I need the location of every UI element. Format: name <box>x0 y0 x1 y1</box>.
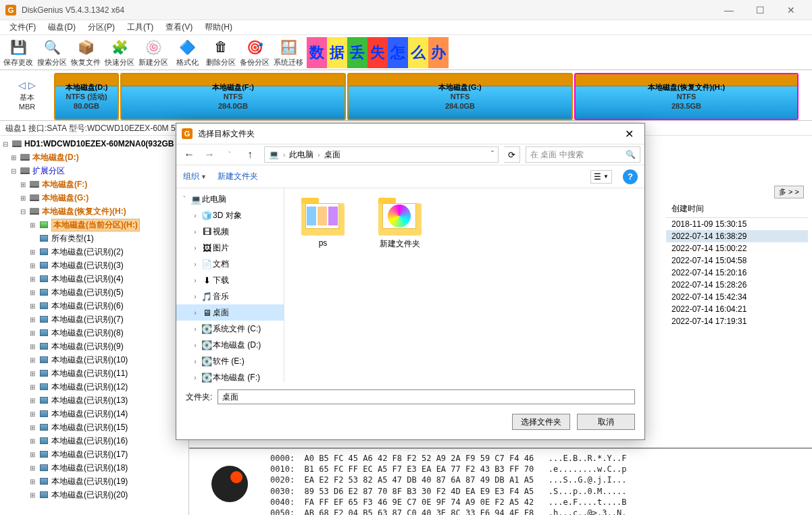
tree-item[interactable]: ⊞本地磁盘(已识别)(14) <box>0 407 188 421</box>
folder-input[interactable] <box>218 389 635 404</box>
expand-icon[interactable]: › <box>190 374 201 381</box>
menu-item[interactable]: 帮助(H) <box>199 20 238 34</box>
time-row[interactable]: 2022-07-14 15:04:58 <box>666 254 808 267</box>
tree-root[interactable]: ⊟ HD1:WDCWD10EZEX-60M2NA0(932GB <box>0 137 188 151</box>
expand-icon[interactable]: ⊞ <box>9 154 18 161</box>
dialog-tree-item[interactable]: ›🧊3D 对象 <box>176 207 284 223</box>
time-row[interactable]: 2022-07-14 16:04:21 <box>666 303 808 315</box>
dialog-tree-item[interactable]: ›⬇下载 <box>176 272 284 288</box>
tree-item[interactable]: ⊞本地磁盘(已识别)(3) <box>0 259 188 272</box>
expand-icon[interactable]: ⊞ <box>28 343 36 350</box>
tree-item[interactable]: ⊞本地磁盘(F:) <box>0 178 188 191</box>
time-row[interactable]: 2022-07-14 15:00:22 <box>666 242 808 254</box>
toolbar-button[interactable]: 💾保存更改 <box>1 36 35 70</box>
nav-up-icon[interactable]: ↑ <box>241 146 259 163</box>
expand-icon[interactable]: › <box>190 293 201 300</box>
nav-back-icon[interactable]: ← <box>180 146 198 163</box>
partition-block[interactable]: 本地磁盘(恢复文件)(H:)NTFS283.5GB <box>574 73 798 120</box>
tree-item[interactable]: ⊞本地磁盘(已识别)(11) <box>0 367 188 380</box>
expand-icon[interactable]: ⊞ <box>28 464 36 472</box>
tree-item[interactable]: ⊞本地磁盘(已识别)(20) <box>0 488 188 502</box>
expand-icon[interactable]: ⊞ <box>28 370 36 377</box>
minimize-button[interactable]: — <box>713 0 744 20</box>
cancel-button[interactable]: 取消 <box>577 414 635 430</box>
expand-icon[interactable]: ⊞ <box>28 302 36 310</box>
expand-icon[interactable]: ⊞ <box>19 181 27 188</box>
crumb-dropdown-icon[interactable]: ˇ <box>491 150 494 159</box>
partition-block[interactable]: 本地磁盘(D:)NTFS (活动)80.0GB <box>54 73 119 120</box>
expand-icon[interactable]: ⊞ <box>28 410 36 418</box>
dialog-tree-item[interactable]: ˇ💻此电脑 <box>176 191 284 207</box>
expand-icon[interactable]: ⊞ <box>28 275 36 283</box>
tree-item[interactable]: ⊞本地磁盘(当前分区)(H:) <box>0 218 188 232</box>
time-row[interactable]: 2018-11-09 15:30:15 <box>666 218 808 230</box>
tree-item[interactable]: ⊟本地磁盘(恢复文件)(H:) <box>0 205 188 218</box>
expand-icon[interactable]: › <box>190 212 201 219</box>
expand-icon[interactable]: › <box>190 261 201 268</box>
expand-icon[interactable]: ⊞ <box>28 289 36 296</box>
expand-icon[interactable]: ⊞ <box>19 194 27 202</box>
crumb-pc[interactable]: 此电脑 <box>289 149 313 161</box>
dialog-tree-item[interactable]: ›🖥桌面 <box>176 304 284 321</box>
expand-icon[interactable]: › <box>190 228 201 236</box>
tree-item[interactable]: ⊞本地磁盘(已识别)(13) <box>0 394 188 407</box>
expand-icon[interactable]: › <box>190 325 201 333</box>
dialog-tree-item[interactable]: ›🎵音乐 <box>176 288 284 304</box>
toolbar-button[interactable]: 🗑删除分区 <box>204 36 238 70</box>
partition-block[interactable]: 本地磁盘(G:)NTFS284.0GB <box>347 73 573 120</box>
expand-icon[interactable]: ⊞ <box>28 316 36 323</box>
dialog-tree-item[interactable]: ›📄文档 <box>176 256 284 272</box>
dialog-tree-item[interactable]: ›💽本地磁盘 (D:) <box>176 337 284 353</box>
expand-icon[interactable]: ⊞ <box>28 424 36 431</box>
file-item[interactable]: ps <box>293 196 353 248</box>
time-row[interactable]: 2022-07-14 16:38:29 <box>666 230 808 242</box>
tree-item[interactable]: ⊞本地磁盘(已识别)(4) <box>0 272 188 286</box>
menu-item[interactable]: 查看(V) <box>160 20 198 34</box>
crumb-desktop[interactable]: 桌面 <box>324 149 340 161</box>
tree-item[interactable]: ⊞本地磁盘(已识别)(17) <box>0 448 188 461</box>
expand-icon[interactable]: ⊞ <box>28 356 36 364</box>
close-button[interactable]: ✕ <box>776 0 807 20</box>
menu-item[interactable]: 工具(T) <box>122 20 159 34</box>
dialog-close-icon[interactable]: ✕ <box>619 128 639 140</box>
time-row[interactable]: 2022-07-14 15:28:26 <box>666 279 808 291</box>
expand-icon[interactable]: ⊟ <box>1 140 9 148</box>
expand-icon[interactable]: ⊞ <box>28 397 36 404</box>
toolbar-button[interactable]: 🪟系统迁移 <box>272 36 305 70</box>
tree-item[interactable]: 所有类型(1) <box>0 232 188 245</box>
view-mode-button[interactable]: ☰▼ <box>590 170 612 184</box>
ad-banner[interactable]: 数据丢失怎么办 <box>307 37 449 68</box>
tree-item[interactable]: ⊞本地磁盘(已识别)(9) <box>0 340 188 353</box>
expand-icon[interactable]: ⊟ <box>9 167 18 175</box>
expand-icon[interactable]: ⊞ <box>28 478 36 485</box>
expand-icon[interactable]: ⊞ <box>28 491 36 499</box>
tree-item[interactable]: ⊞本地磁盘(D:) <box>0 151 188 164</box>
toolbar-button[interactable]: 🎯备份分区 <box>238 36 272 70</box>
expand-icon[interactable]: ⊞ <box>28 383 36 391</box>
dialog-tree-item[interactable]: ›💽本地磁盘 (F:) <box>176 369 284 383</box>
toolbar-button[interactable]: 🔍搜索分区 <box>35 36 69 70</box>
time-row[interactable]: 2022-07-14 17:19:31 <box>666 315 808 327</box>
time-row[interactable]: 2022-07-14 15:42:34 <box>666 291 808 303</box>
dialog-tree-item[interactable]: ›💽软件 (E:) <box>176 353 284 369</box>
expand-icon[interactable]: ⊟ <box>19 208 27 215</box>
expand-icon[interactable]: ⊞ <box>28 248 36 256</box>
tree-item[interactable]: ⊞本地磁盘(已识别)(12) <box>0 380 188 394</box>
dialog-tree-item[interactable]: ›💽系统文件 (C:) <box>176 321 284 337</box>
time-row[interactable]: 2022-07-14 15:20:16 <box>666 267 808 279</box>
tree-item[interactable]: ⊟扩展分区 <box>0 164 188 178</box>
tree-item[interactable]: ⊞本地磁盘(已识别)(5) <box>0 286 188 299</box>
help-icon[interactable]: ? <box>623 169 638 184</box>
breadcrumb[interactable]: 💻 › 此电脑 › 桌面 ˇ <box>264 146 499 163</box>
toolbar-button[interactable]: 🍥新建分区 <box>136 36 170 70</box>
maximize-button[interactable]: ☐ <box>744 0 776 20</box>
select-folder-button[interactable]: 选择文件夹 <box>512 414 570 430</box>
organize-button[interactable]: 组织▼ <box>183 171 207 182</box>
tree-item[interactable]: ⊞本地磁盘(已识别)(6) <box>0 299 188 313</box>
expand-icon[interactable]: ⊞ <box>28 329 36 337</box>
menu-item[interactable]: 文件(F) <box>4 20 41 34</box>
toolbar-button[interactable]: 🔷格式化 <box>170 36 204 70</box>
new-folder-button[interactable]: 新建文件夹 <box>218 171 258 182</box>
expand-icon[interactable]: ⊞ <box>28 437 36 445</box>
prev-disk-icon[interactable]: ◁ <box>18 80 26 90</box>
